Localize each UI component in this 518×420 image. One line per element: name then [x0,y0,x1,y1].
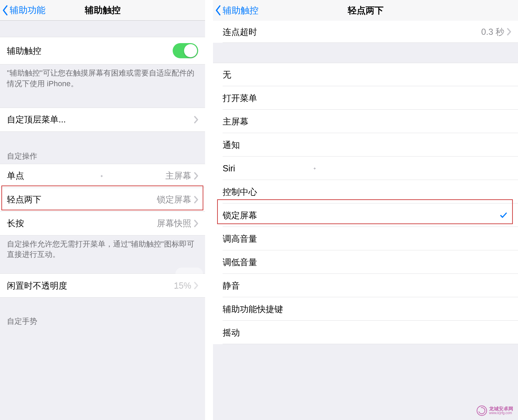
section-header-actions: 自定操作 [0,132,205,164]
option-none[interactable]: 无 [213,63,518,86]
option-control-center[interactable]: 控制中心 [213,180,518,203]
option-label: 打开菜单 [223,92,257,104]
option-label: 主屏幕 [223,116,248,127]
row-single-tap[interactable]: 单点 主屏幕 ✦ [0,164,205,188]
row-label: 单点 [7,170,165,181]
settings-screen-double-tap: 辅助触控 轻点两下 连点超时 0.3 秒 无 打开菜单 主屏幕 通知 Siri … [213,0,518,420]
row-value: 0.3 秒 [481,26,504,38]
settings-screen-assistivetouch: 辅助功能 辅助触控 辅助触控 "辅助触控"可让您在触摸屏幕有困难或需要自适应配件… [0,0,205,420]
back-button[interactable]: 辅助触控 [215,4,258,17]
option-accessibility-shortcut[interactable]: 辅助功能快捷键 [213,297,518,321]
option-label: 通知 [223,139,240,151]
chevron-right-icon [194,196,198,203]
option-siri[interactable]: Siri ✦ [213,157,518,180]
row-label: 辅助触控 [7,45,173,57]
row-double-tap[interactable]: 轻点两下 锁定屏幕 [0,188,205,212]
row-value: 屏幕快照 [157,218,191,229]
nav-bar: 辅助触控 轻点两下 [213,0,518,21]
option-label: 调高音量 [223,233,257,244]
watermark-title: 龙城安卓网 [489,406,513,411]
chevron-right-icon [194,172,198,180]
row-label: 闲置时不透明度 [7,280,174,291]
chevron-right-icon [194,116,198,123]
option-label: 辅助功能快捷键 [223,303,283,315]
chevron-left-icon [2,5,8,16]
row-label: 连点超时 [223,26,481,38]
option-label: 控制中心 [223,186,257,198]
back-button[interactable]: 辅助功能 [2,4,45,16]
option-home[interactable]: 主屏幕 [213,110,518,133]
option-label: Siri [223,163,235,173]
row-timeout[interactable]: 连点超时 0.3 秒 [213,21,518,43]
watermark-text: 龙城安卓网 www.lcjrfg.com [489,406,513,415]
chevron-right-icon [507,28,511,36]
option-lock-screen[interactable]: 锁定屏幕 [213,203,518,227]
back-label: 辅助功能 [10,4,45,16]
switch-on[interactable] [173,43,198,58]
spacer [0,96,205,108]
page-title: 轻点两下 [213,4,518,17]
row-label: 轻点两下 [7,194,157,205]
option-label: 静音 [223,280,240,291]
footer-text: "辅助触控"可让您在触摸屏幕有困难或需要自适应配件的情况下使用 iPhone。 [0,64,205,96]
row-value: 主屏幕 [165,170,191,181]
row-idle-opacity[interactable]: 闲置时不透明度 15% [0,273,205,298]
option-volume-down[interactable]: 调低音量 [213,250,518,274]
spacer [0,21,205,37]
row-assistivetouch-toggle[interactable]: 辅助触控 [0,37,205,64]
option-shake[interactable]: 摇动 [213,321,518,344]
star-icon: ✦ [100,174,103,179]
options-list: 无 打开菜单 主屏幕 通知 Siri ✦ 控制中心 锁定屏幕 调高音量 调低音量… [213,63,518,344]
option-mute[interactable]: 静音 [213,274,518,297]
section-header-gestures: 自定手势 [0,298,205,329]
chevron-left-icon [215,5,221,16]
chevron-right-icon [194,220,198,227]
assistivetouch-floating-button[interactable] [175,268,203,295]
row-label: 长按 [7,218,157,229]
option-label: 锁定屏幕 [223,210,257,221]
spacer [213,43,518,63]
star-icon: ✦ [313,166,316,171]
option-volume-up[interactable]: 调高音量 [213,227,518,250]
option-label: 调低音量 [223,257,257,268]
checkmark-icon [499,211,508,219]
option-label: 无 [223,69,231,80]
option-open-menu[interactable]: 打开菜单 [213,86,518,110]
row-custom-top-menu[interactable]: 自定顶层菜单... [0,108,205,132]
option-label: 摇动 [223,327,240,338]
watermark-logo-icon [477,406,487,416]
option-notifications[interactable]: 通知 [213,133,518,157]
watermark-url: www.lcjrfg.com [489,411,513,415]
nav-bar: 辅助功能 辅助触控 [0,0,205,21]
watermark: 龙城安卓网 www.lcjrfg.com [477,406,513,416]
row-label: 自定顶层菜单... [7,114,194,125]
footer-text: 自定操作允许您无需打开菜单，通过"辅助触控"图标即可直接进行互动。 [0,236,205,267]
back-label: 辅助触控 [223,4,258,17]
row-value: 锁定屏幕 [157,194,191,205]
spacer [0,266,205,274]
row-long-press[interactable]: 长按 屏幕快照 [0,211,205,236]
